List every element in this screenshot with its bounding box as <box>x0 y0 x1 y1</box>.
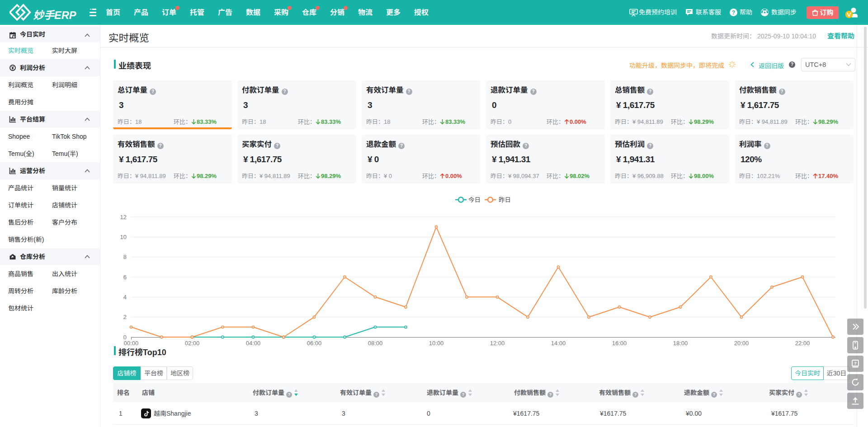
svg-text:16:00: 16:00 <box>612 340 627 346</box>
svg-text:10:00: 10:00 <box>429 340 444 346</box>
svg-text:6: 6 <box>123 274 127 281</box>
svg-text:00:00: 00:00 <box>124 340 139 346</box>
svg-text:0: 0 <box>123 334 127 341</box>
svg-text:20:00: 20:00 <box>734 340 749 346</box>
svg-text:04:00: 04:00 <box>246 340 261 346</box>
svg-text:2: 2 <box>123 314 127 320</box>
svg-text:18:00: 18:00 <box>673 340 688 346</box>
svg-text:?: ? <box>732 9 735 16</box>
svg-text:14:00: 14:00 <box>551 340 566 346</box>
svg-text:今日: 今日 <box>468 197 481 203</box>
svg-text:V: V <box>847 11 851 18</box>
svg-text:12:00: 12:00 <box>490 340 505 346</box>
svg-text:4: 4 <box>123 294 127 300</box>
svg-text:22:00: 22:00 <box>795 340 810 346</box>
svg-text:06:00: 06:00 <box>307 340 322 346</box>
svg-text:10: 10 <box>120 234 127 240</box>
svg-text:?: ? <box>854 361 857 366</box>
svg-text:8: 8 <box>123 253 127 260</box>
svg-text:昨日: 昨日 <box>499 197 511 203</box>
svg-text:02:00: 02:00 <box>185 340 200 346</box>
svg-text:12: 12 <box>120 214 127 221</box>
svg-text:08:00: 08:00 <box>368 340 383 346</box>
